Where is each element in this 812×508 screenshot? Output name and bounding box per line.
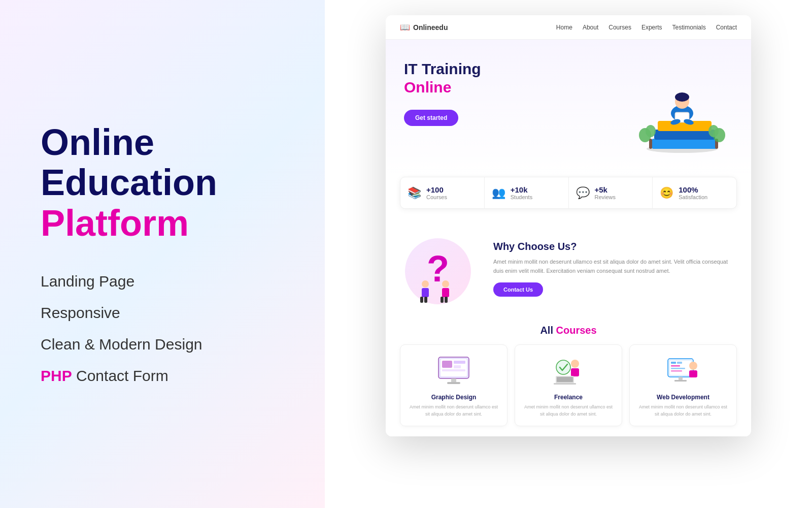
stat-satisfaction: 😊 100% Satisfaction bbox=[653, 177, 736, 208]
svg-rect-17 bbox=[422, 288, 429, 297]
left-title-block: Online Education Platform bbox=[41, 123, 284, 273]
svg-rect-22 bbox=[441, 297, 444, 303]
courses-title-plain: All bbox=[540, 325, 556, 336]
feature-list: Landing Page Responsive Clean & Modern D… bbox=[41, 273, 284, 385]
stats-bar: 📚 +100 Courses 👥 +10k Students 💬 +5k Rev… bbox=[400, 177, 737, 209]
nav-contact[interactable]: Contact bbox=[716, 24, 737, 31]
hero-illustration bbox=[621, 60, 733, 162]
svg-rect-46 bbox=[689, 370, 697, 377]
svg-rect-1 bbox=[652, 139, 718, 149]
svg-rect-43 bbox=[671, 368, 685, 369]
hero-svg bbox=[621, 60, 733, 162]
stat-reviews: 💬 +5k Reviews bbox=[569, 177, 653, 208]
svg-point-45 bbox=[689, 362, 697, 370]
course-card-web-dev: Web Development Amet minim mollit non de… bbox=[629, 344, 737, 426]
svg-rect-47 bbox=[679, 377, 683, 380]
svg-rect-36 bbox=[557, 377, 573, 382]
course-graphic-design-desc: Amet minim mollit non deserunt ullamco e… bbox=[409, 404, 499, 418]
why-section: ? Why bbox=[386, 223, 751, 314]
courses-grid: Graphic Design Amet minim mollit non des… bbox=[400, 344, 737, 426]
svg-rect-44 bbox=[671, 370, 682, 372]
logo-text: Onlineedu bbox=[413, 23, 448, 31]
contact-us-button[interactable]: Contact Us bbox=[493, 282, 543, 297]
navbar: 📖 Onlineedu Home About Courses Experts T… bbox=[386, 15, 751, 40]
nav-links[interactable]: Home About Courses Experts Testimonials … bbox=[556, 24, 737, 31]
svg-rect-23 bbox=[445, 297, 448, 303]
php-label: PHP bbox=[41, 367, 72, 384]
why-title: Why Choose Us? bbox=[493, 241, 737, 252]
svg-point-6 bbox=[675, 92, 689, 102]
svg-rect-26 bbox=[442, 361, 452, 368]
svg-point-20 bbox=[442, 280, 449, 288]
students-icon: 👥 bbox=[492, 186, 505, 200]
svg-rect-30 bbox=[451, 378, 456, 383]
feature-clean-design: Clean & Modern Design bbox=[41, 336, 284, 353]
title-line2: Education bbox=[41, 164, 284, 202]
why-description: Amet minim mollit non deserunt ullamco e… bbox=[493, 258, 737, 275]
why-illustration: ? bbox=[400, 233, 481, 304]
freelance-svg bbox=[551, 355, 586, 388]
course-freelance-desc: Amet minim mollit non deserunt ullamco e… bbox=[523, 404, 614, 418]
hero-title-line1: IT Training bbox=[404, 60, 481, 77]
students-number: +10k bbox=[511, 185, 532, 194]
courses-label: Courses bbox=[426, 194, 447, 200]
graphic-design-icon-area bbox=[409, 353, 499, 389]
satisfaction-label: Satisfaction bbox=[679, 194, 707, 200]
students-label: Students bbox=[511, 194, 532, 200]
feature-landing-page: Landing Page bbox=[41, 273, 284, 290]
feature-php-form: PHP Contact Form bbox=[41, 367, 284, 385]
left-panel: Online Education Platform Landing Page R… bbox=[0, 0, 325, 508]
courses-section: All Courses bbox=[386, 314, 751, 436]
reviews-label: Reviews bbox=[595, 194, 616, 200]
course-freelance-name: Freelance bbox=[523, 394, 614, 401]
svg-rect-10 bbox=[649, 139, 652, 149]
why-people-svg bbox=[410, 279, 466, 304]
svg-point-12 bbox=[646, 125, 656, 137]
hero-title-line2: Online bbox=[404, 78, 621, 97]
svg-rect-28 bbox=[454, 365, 461, 368]
get-started-button[interactable]: Get started bbox=[404, 110, 458, 126]
courses-title: All Courses bbox=[400, 325, 737, 336]
course-web-dev-name: Web Development bbox=[638, 394, 728, 401]
stat-courses: 📚 +100 Courses bbox=[400, 177, 485, 208]
svg-rect-40 bbox=[671, 362, 676, 364]
browser-mockup: 📖 Onlineedu Home About Courses Experts T… bbox=[386, 15, 751, 436]
qmark-wrap: ? bbox=[400, 233, 476, 304]
reviews-icon: 💬 bbox=[576, 186, 590, 200]
svg-rect-29 bbox=[442, 369, 465, 371]
courses-icon: 📚 bbox=[408, 186, 421, 200]
nav-experts[interactable]: Experts bbox=[641, 24, 662, 31]
graphic-design-svg bbox=[436, 355, 471, 388]
svg-rect-19 bbox=[424, 297, 427, 303]
svg-rect-48 bbox=[674, 380, 687, 382]
svg-point-16 bbox=[422, 280, 429, 288]
svg-rect-41 bbox=[677, 362, 682, 364]
satisfaction-icon: 😊 bbox=[660, 186, 673, 200]
nav-about[interactable]: About bbox=[583, 24, 598, 31]
why-content: Why Choose Us? Amet minim mollit non des… bbox=[493, 241, 737, 297]
book-icon: 📖 bbox=[400, 22, 410, 32]
course-card-freelance: Freelance Amet minim mollit non deserunt… bbox=[515, 344, 622, 426]
right-panel: 📖 Onlineedu Home About Courses Experts T… bbox=[325, 0, 812, 508]
satisfaction-number: 100% bbox=[679, 185, 707, 194]
title-platform: Platform bbox=[41, 204, 284, 243]
hero-section: IT Training Online Get started bbox=[386, 40, 751, 177]
courses-number: +100 bbox=[426, 185, 447, 194]
svg-rect-31 bbox=[447, 382, 460, 384]
nav-testimonials[interactable]: Testimonials bbox=[672, 24, 706, 31]
web-dev-svg bbox=[665, 355, 701, 388]
svg-rect-18 bbox=[420, 297, 423, 303]
svg-point-32 bbox=[571, 360, 579, 368]
svg-rect-21 bbox=[442, 288, 449, 297]
svg-rect-33 bbox=[571, 368, 579, 376]
hero-text: IT Training Online Get started bbox=[404, 60, 621, 126]
web-dev-icon-area bbox=[638, 353, 728, 389]
course-web-dev-desc: Amet minim mollit non deserunt ullamco e… bbox=[638, 404, 728, 418]
freelance-icon-area bbox=[523, 353, 614, 389]
courses-title-pink: Courses bbox=[556, 325, 597, 336]
course-card-graphic-design: Graphic Design Amet minim mollit non des… bbox=[400, 344, 507, 426]
nav-logo: 📖 Onlineedu bbox=[400, 22, 448, 32]
nav-home[interactable]: Home bbox=[556, 24, 572, 31]
hero-title: IT Training Online bbox=[404, 60, 621, 97]
nav-courses[interactable]: Courses bbox=[608, 24, 631, 31]
